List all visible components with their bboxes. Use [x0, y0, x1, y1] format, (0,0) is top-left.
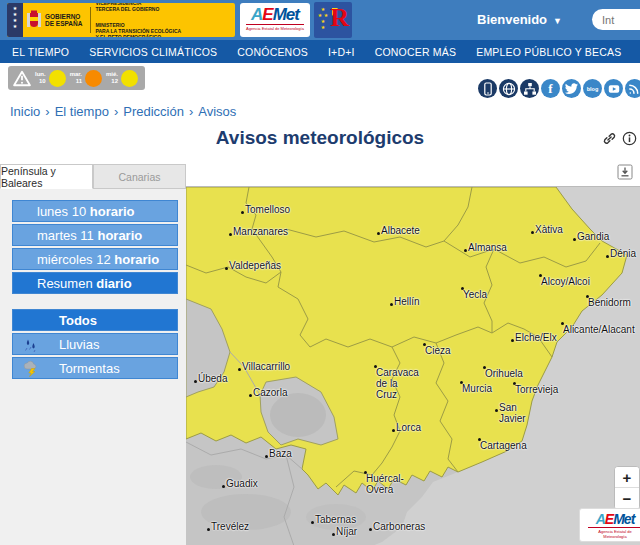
- city-label: Torrevieja: [515, 384, 558, 395]
- info-icon[interactable]: [622, 131, 637, 150]
- sidebar-button-todos[interactable]: Todos: [12, 309, 178, 331]
- warning-triangle-icon: [13, 70, 31, 87]
- warning-day-12[interactable]: mié. 12: [106, 70, 138, 87]
- nav-item-datos-abiertos[interactable]: DATOS ABIERTOS: [631, 46, 640, 58]
- sidebar-button-martes-11-horario[interactable]: martes 11 horario: [12, 224, 178, 246]
- breadcrumb-separator: ›: [45, 104, 49, 119]
- aemet-logo-subtitle: Agencia Estatal de Meteorología: [246, 24, 304, 31]
- city-label: Murcia: [462, 383, 492, 394]
- city-dot: [229, 233, 232, 236]
- city-dot: [573, 238, 576, 241]
- youtube-icon[interactable]: [604, 79, 623, 98]
- city-label: Gandia: [577, 231, 609, 242]
- main-nav: EL TIEMPOSERVICIOS CLIMÁTICOSCONÓCENOSI+…: [0, 40, 640, 63]
- city-dot: [464, 249, 467, 252]
- recovery-plan-logo: ★★ ★★★ R: [314, 2, 352, 38]
- link-icon[interactable]: [602, 131, 617, 150]
- sidebar-button-resumen-diario[interactable]: Resumen diario: [12, 272, 178, 294]
- nav-item-conocer-más[interactable]: CONOCER MÁS: [365, 46, 467, 58]
- breadcrumb-link-predicción[interactable]: Predicción: [123, 104, 184, 119]
- city-dot: [207, 528, 210, 531]
- city-dot: [222, 485, 225, 488]
- chevron-down-icon: ▼: [553, 16, 562, 26]
- city-label: Cazorla: [253, 387, 287, 398]
- r-letter: R: [330, 3, 349, 33]
- map-zoom-control: + −: [614, 466, 640, 510]
- download-icon[interactable]: [617, 164, 633, 184]
- city-label: Huércal- Overa: [366, 473, 404, 495]
- city-label: Baza: [269, 448, 292, 459]
- nav-item-servicios-climáticos[interactable]: SERVICIOS CLIMÁTICOS: [79, 46, 227, 58]
- sidebar-button-lunes-10-horario[interactable]: lunes 10 horario: [12, 200, 178, 222]
- warning-map[interactable]: TomellosoManzanaresAlbaceteValdepeñasXàt…: [186, 186, 640, 545]
- city-dot: [311, 521, 314, 524]
- city-label: Níjar: [336, 526, 357, 537]
- eu-stars: ★★ ★★★: [316, 6, 330, 34]
- warning-days-widget: lun. 10mar. 11mié. 12: [8, 66, 145, 90]
- warning-level-circle: [85, 70, 102, 87]
- breadcrumb-link-el-tiempo[interactable]: El tiempo: [55, 104, 109, 119]
- logo-divider: [90, 7, 91, 33]
- title-actions: [602, 131, 637, 150]
- aemet-avisos-page: ★★★★ GOBIERNO DE ESPAÑA VICEPRESIDENCIA …: [0, 0, 640, 545]
- sidebar-button-miércoles-12-horario[interactable]: miércoles 12 horario: [12, 248, 178, 270]
- nav-item-i+d+i[interactable]: I+D+I: [318, 46, 365, 58]
- city-dot: [225, 267, 228, 270]
- tab-canarias[interactable]: Canarias: [93, 164, 186, 189]
- city-label: Alicante/Alacant: [563, 324, 635, 335]
- nav-item-empleo-público-y-becas[interactable]: EMPLEO PÚBLICO Y BECAS: [466, 46, 631, 58]
- breadcrumb-link-avisos[interactable]: Avisos: [198, 104, 236, 119]
- city-label: Dénia: [610, 248, 636, 259]
- breadcrumb-separator: ›: [114, 104, 118, 119]
- ministry-text: VICEPRESIDENCIA TERCERA DEL GOBIERNO MIN…: [95, 3, 181, 37]
- sitemap-icon[interactable]: [520, 79, 539, 98]
- city-dot: [241, 211, 244, 214]
- city-label: Guadix: [226, 478, 258, 489]
- search-input[interactable]: [592, 9, 640, 30]
- title-row: Avisos meteorológicos: [0, 127, 640, 149]
- zoom-out-button[interactable]: −: [615, 488, 639, 509]
- city-dot: [606, 255, 609, 258]
- warning-days-list: lun. 10mar. 11mié. 12: [35, 70, 138, 87]
- globe-icon[interactable]: [499, 79, 518, 98]
- sidebar-button-tormentas[interactable]: Tormentas: [12, 357, 178, 379]
- ministerio-text: MINISTERIO PARA LA TRANSICIÓN ECOLÓGICA …: [95, 22, 181, 38]
- twitter-icon[interactable]: [562, 79, 581, 98]
- eu-flag-strip: ★★★★: [7, 3, 23, 37]
- breadcrumb-separator: ›: [189, 104, 193, 119]
- spain-coat-of-arms-icon: [26, 9, 42, 31]
- nav-item-el-tiempo[interactable]: EL TIEMPO: [2, 46, 79, 58]
- breadcrumb: Inicio›El tiempo›Predicción›Avisos: [10, 104, 236, 119]
- zoom-in-button[interactable]: +: [615, 467, 639, 488]
- city-label: Lorca: [396, 422, 421, 433]
- facebook-icon[interactable]: f: [541, 79, 560, 98]
- warning-day-10[interactable]: lun. 10: [35, 70, 66, 87]
- city-label: Villacarrillo: [242, 361, 290, 372]
- mobile-icon[interactable]: [478, 79, 497, 98]
- warning-day-label: mié. 12: [106, 71, 118, 85]
- sidebar-button-lluvias[interactable]: Lluvias: [12, 333, 178, 355]
- aemet-logo-word: AEMet: [240, 5, 310, 24]
- city-label: Elche/Elx: [515, 332, 557, 343]
- city-dot: [511, 339, 514, 342]
- blog-icon[interactable]: blog: [583, 79, 602, 98]
- breadcrumb-link-inicio[interactable]: Inicio: [10, 104, 40, 119]
- warning-day-11[interactable]: mar. 11: [70, 70, 102, 87]
- welcome-menu[interactable]: Bienvenido▼: [477, 12, 562, 27]
- gobierno-espana-logo[interactable]: ★★★★ GOBIERNO DE ESPAÑA VICEPRESIDENCIA …: [7, 3, 235, 37]
- social-icons-bar: fblog: [478, 79, 640, 98]
- nav-item-conócenos[interactable]: CONÓCENOS: [227, 46, 318, 58]
- city-dot: [390, 303, 393, 306]
- filter-button-group: TodosLluviasTormentas: [12, 309, 178, 381]
- region-tabs: Península y BalearesCanarias: [0, 164, 186, 189]
- city-label: Valdepeñas: [229, 260, 281, 271]
- city-dot: [332, 533, 335, 536]
- tab-península-y-baleares[interactable]: Península y Baleares: [0, 164, 93, 189]
- rss-icon[interactable]: [625, 79, 640, 98]
- city-label: Trevélez: [211, 521, 249, 532]
- city-dot: [495, 409, 498, 412]
- warning-level-circle: [121, 70, 138, 87]
- city-label: Alcoy/Alcoi: [541, 276, 590, 287]
- city-label: Albacete: [381, 225, 420, 236]
- aemet-logo[interactable]: AEMet Agencia Estatal de Meteorología: [240, 3, 310, 37]
